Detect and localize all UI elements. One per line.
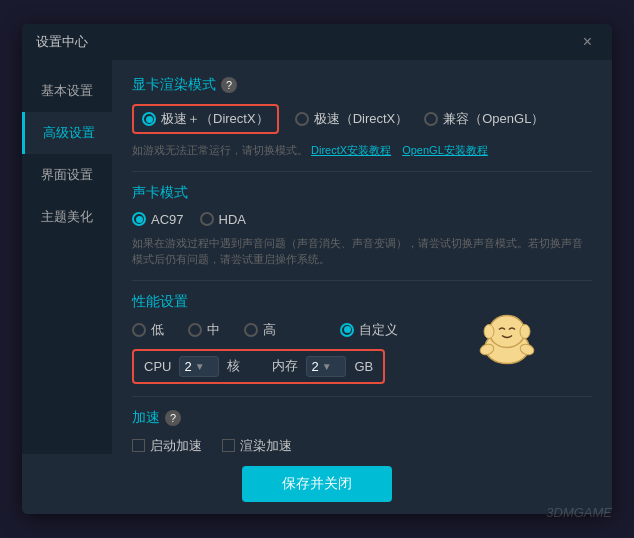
perf-option-3[interactable]: 自定义 [340,321,398,339]
audio-radio-inner-0 [136,216,143,223]
audio-label-1: HDA [219,212,246,227]
gpu-radio-0 [142,112,156,126]
accel-option-1[interactable]: 启动加速 [132,437,202,455]
accel-section-title: 加速 ? [132,409,592,427]
gpu-option-0[interactable]: 极速＋（DirectX） [132,104,279,134]
cpu-select[interactable]: 2 ▼ [179,356,219,377]
perf-radio-inner-3 [344,326,351,333]
cpu-label: CPU [144,359,171,374]
gpu-radio-inner-0 [146,116,153,123]
audio-option-0[interactable]: AC97 [132,212,184,227]
sidebar-item-advanced[interactable]: 高级设置 [22,112,112,154]
audio-section-title: 声卡模式 [132,184,592,202]
close-button[interactable]: × [577,32,598,52]
gpu-label-1: 极速（DirectX） [314,110,409,128]
perf-label-0: 低 [151,321,164,339]
perf-label-2: 高 [263,321,276,339]
title-bar: 设置中心 × [22,24,612,60]
accel-label-1: 启动加速 [150,437,202,455]
perf-label-1: 中 [207,321,220,339]
gpu-hint: 如游戏无法正常运行，请切换模式。 DirectX安装教程 OpenGL安装教程 [132,142,592,159]
audio-radio-1 [200,212,214,226]
gpu-help-icon[interactable]: ? [221,77,237,93]
audio-label-0: AC97 [151,212,184,227]
cpu-mem-row: CPU 2 ▼ 核 内存 2 ▼ GB [132,349,385,384]
perf-radio-3 [340,323,354,337]
sidebar-item-theme[interactable]: 主题美化 [22,196,112,238]
gpu-label-0: 极速＋（DirectX） [161,110,269,128]
audio-hint: 如果在游戏过程中遇到声音问题（声音消失、声音变调），请尝试切换声音模式。若切换声… [132,235,592,268]
accel-label-2: 渲染加速 [240,437,292,455]
watermark: 3DMGAME [546,505,612,520]
perf-option-0[interactable]: 低 [132,321,164,339]
perf-section: 性能设置 [132,293,592,384]
perf-radio-1 [188,323,202,337]
dialog-footer: 保存并关闭 [22,454,612,514]
perf-section-title: 性能设置 [132,293,592,311]
opengl-link[interactable]: OpenGL安装教程 [402,144,488,156]
svg-point-3 [520,324,530,338]
gpu-radio-group: 极速＋（DirectX） 极速（DirectX） 兼容（OpenGL） [132,104,592,134]
accel-help-icon[interactable]: ? [165,410,181,426]
settings-dialog: 设置中心 × 基本设置 高级设置 界面设置 主题美化 显卡渲染模式 ? 极 [22,24,612,514]
perf-option-2[interactable]: 高 [244,321,276,339]
perf-radio-0 [132,323,146,337]
accel-options: 启动加速 渲染加速 [132,437,592,455]
audio-radio-0 [132,212,146,226]
mem-value: 2 [311,359,318,374]
mem-label: 内存 [272,357,298,375]
dialog-title: 设置中心 [36,33,88,51]
cpu-chevron-icon: ▼ [195,361,205,372]
audio-radio-group: AC97 HDA [132,212,592,227]
cpu-value: 2 [184,359,191,374]
gpu-radio-1 [295,112,309,126]
audio-option-1[interactable]: HDA [200,212,246,227]
dialog-body: 基本设置 高级设置 界面设置 主题美化 显卡渲染模式 ? 极速＋（DirectX… [22,60,612,454]
accel-checkbox-2 [222,439,235,452]
mem-select[interactable]: 2 ▼ [306,356,346,377]
accel-option-2[interactable]: 渲染加速 [222,437,292,455]
perf-option-1[interactable]: 中 [188,321,220,339]
cpu-unit: 核 [227,357,240,375]
gpu-option-2[interactable]: 兼容（OpenGL） [424,110,544,128]
sidebar: 基本设置 高级设置 界面设置 主题美化 [22,60,112,454]
directx-link[interactable]: DirectX安装教程 [311,144,391,156]
gpu-section-title: 显卡渲染模式 ? [132,76,592,94]
mascot-image [477,311,537,366]
divider-3 [132,396,592,397]
gpu-option-1[interactable]: 极速（DirectX） [295,110,409,128]
accel-section: 加速 ? 启动加速 渲染加速 [132,409,592,455]
mem-unit: GB [354,359,373,374]
save-close-button[interactable]: 保存并关闭 [242,466,392,502]
divider-1 [132,171,592,172]
sidebar-item-basic[interactable]: 基本设置 [22,70,112,112]
perf-label-3: 自定义 [359,321,398,339]
settings-content: 显卡渲染模式 ? 极速＋（DirectX） 极速（DirectX） 兼容（Ope… [112,60,612,454]
gpu-radio-2 [424,112,438,126]
divider-2 [132,280,592,281]
perf-radio-2 [244,323,258,337]
sidebar-item-ui[interactable]: 界面设置 [22,154,112,196]
mem-chevron-icon: ▼ [322,361,332,372]
gpu-label-2: 兼容（OpenGL） [443,110,544,128]
accel-checkbox-1 [132,439,145,452]
svg-point-2 [484,324,494,338]
